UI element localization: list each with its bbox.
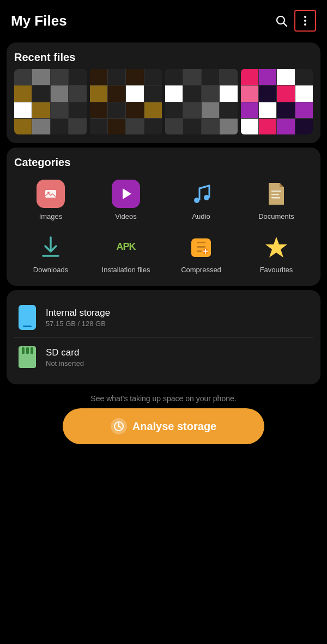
category-documents[interactable]: Documents	[240, 176, 313, 224]
bottom-hint: See what's taking up space on your phone…	[0, 394, 327, 403]
audio-label: Audio	[192, 212, 210, 221]
svg-rect-13	[271, 191, 281, 192]
sdcard-icon	[16, 344, 38, 370]
recent-thumb-3[interactable]	[165, 69, 238, 134]
internal-storage-icon	[16, 304, 38, 330]
recent-files-label: Recent files	[14, 51, 313, 64]
analyse-storage-button[interactable]: Analyse storage	[63, 408, 264, 444]
compressed-icon	[187, 233, 215, 261]
documents-label: Documents	[258, 212, 294, 221]
videos-icon	[112, 180, 140, 208]
sdcard-storage-item[interactable]: SD card Not inserted	[14, 339, 313, 376]
storage-card: Internal storage 57.15 GB / 128 GB SD ca…	[7, 290, 320, 384]
internal-storage-sub: 57.15 GB / 128 GB	[46, 320, 311, 328]
category-downloads[interactable]: Downloads	[14, 230, 87, 278]
category-images[interactable]: Images	[14, 176, 87, 224]
sdcard-storage-info: SD card Not inserted	[46, 347, 311, 367]
svg-point-3	[304, 20, 306, 22]
header: My Files	[0, 0, 327, 38]
downloads-icon	[37, 233, 65, 261]
categories-label: Categories	[14, 156, 313, 169]
internal-storage-item[interactable]: Internal storage 57.15 GB / 128 GB	[14, 299, 313, 336]
category-favourites[interactable]: Favourites	[240, 230, 313, 278]
apk-icon: APK	[112, 233, 140, 261]
favourites-icon	[262, 233, 290, 261]
more-options-icon	[299, 14, 312, 27]
audio-icon	[187, 180, 215, 208]
category-videos[interactable]: Videos	[89, 176, 162, 224]
svg-rect-26	[23, 326, 32, 327]
svg-rect-15	[271, 197, 280, 199]
recent-files-card: Recent files	[7, 42, 320, 143]
categories-card: Categories Images Videos	[7, 148, 320, 286]
analyse-label: Analyse storage	[132, 420, 217, 433]
search-icon	[275, 14, 288, 27]
svg-line-12	[199, 186, 209, 188]
apk-text: APK	[116, 241, 135, 253]
svg-rect-6	[45, 190, 56, 198]
svg-rect-30	[31, 347, 33, 354]
storage-divider	[14, 337, 313, 338]
svg-rect-20	[197, 250, 202, 252]
categories-grid: Images Videos Audio	[14, 176, 313, 277]
internal-storage-name: Internal storage	[46, 308, 311, 318]
sdcard-name: SD card	[46, 347, 311, 358]
svg-rect-18	[197, 242, 205, 243]
header-actions	[271, 10, 316, 32]
svg-rect-28	[22, 347, 25, 354]
category-apk[interactable]: APK Installation files	[89, 230, 162, 278]
recent-thumbs[interactable]	[14, 69, 313, 134]
recent-thumb-2[interactable]	[90, 69, 162, 134]
compressed-label: Compressed	[181, 266, 221, 274]
documents-icon	[262, 180, 290, 208]
images-icon	[37, 180, 65, 208]
downloads-label: Downloads	[33, 266, 68, 274]
svg-rect-19	[197, 246, 205, 248]
videos-label: Videos	[115, 212, 137, 221]
category-audio[interactable]: Audio	[165, 176, 238, 224]
svg-marker-24	[265, 237, 287, 257]
internal-storage-info: Internal storage 57.15 GB / 128 GB	[46, 308, 311, 328]
images-label: Images	[39, 212, 63, 221]
search-button[interactable]	[271, 11, 291, 30]
favourites-label: Favourites	[260, 266, 293, 274]
apk-label: Installation files	[102, 266, 150, 274]
svg-rect-14	[271, 194, 279, 195]
svg-line-1	[284, 23, 287, 27]
svg-point-2	[304, 16, 306, 18]
recent-thumb-1[interactable]	[14, 69, 87, 134]
analyse-icon	[111, 418, 127, 434]
recent-thumb-4[interactable]	[241, 69, 313, 134]
sdcard-sub: Not inserted	[46, 359, 311, 367]
page-title: My Files	[11, 13, 67, 29]
more-options-button[interactable]	[294, 10, 316, 32]
svg-rect-29	[26, 347, 29, 354]
category-compressed[interactable]: Compressed	[165, 230, 238, 278]
svg-point-32	[118, 426, 119, 427]
svg-point-4	[304, 23, 306, 26]
